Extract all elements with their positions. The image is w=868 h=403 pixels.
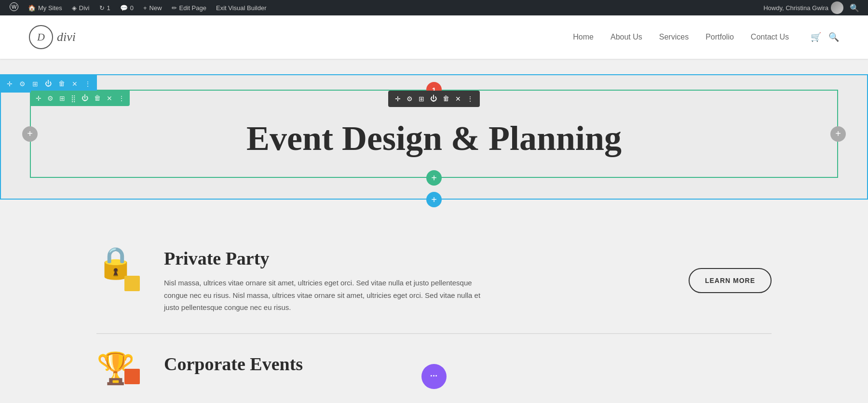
builder-area: ✛ ⚙ ⊞ ⏻ 🗑 ✕ ⋮ 1 ✛ ⚙ ⊞ ⣿ ⏻ 🗑 ✕ ⋮ bbox=[0, 74, 868, 200]
row-settings-icon[interactable]: ⚙ bbox=[47, 94, 54, 103]
new-button[interactable]: + New bbox=[138, 0, 167, 15]
row-layout-icon[interactable]: ⊞ bbox=[59, 94, 65, 103]
row-close-icon[interactable]: ✕ bbox=[107, 94, 112, 103]
avatar bbox=[831, 1, 843, 14]
service-item-private-party: 🔒 Private Party Nisl massa, ultrices vit… bbox=[96, 228, 772, 334]
nav-contact[interactable]: Contact Us bbox=[751, 33, 789, 41]
site-nav: Home About Us Services Portfolio Contact… bbox=[573, 32, 839, 42]
row-disable-icon[interactable]: ⏻ bbox=[81, 94, 88, 102]
divi-button[interactable]: ◈ Divi bbox=[67, 0, 95, 15]
row-more-icon[interactable]: ⋮ bbox=[118, 94, 125, 103]
module-close-icon[interactable]: ✕ bbox=[455, 95, 461, 103]
row-columns-icon[interactable]: ⣿ bbox=[71, 94, 76, 103]
wp-logo-button[interactable]: W bbox=[5, 0, 23, 15]
revisions-button[interactable]: ↻ 1 bbox=[95, 0, 115, 15]
sites-icon: 🏠 bbox=[28, 4, 36, 12]
private-party-icon-wrap: 🔒 bbox=[96, 248, 140, 291]
revisions-icon: ↻ bbox=[99, 4, 105, 12]
section-layout-icon[interactable]: ⊞ bbox=[32, 80, 38, 88]
corporate-title: Corporate Events bbox=[164, 353, 303, 375]
comments-button[interactable]: 💬 0 bbox=[115, 0, 138, 15]
section-toolbar: ✛ ⚙ ⊞ ⏻ 🗑 ✕ ⋮ bbox=[1, 75, 97, 93]
row-move-icon[interactable]: ✛ bbox=[36, 94, 41, 103]
module-settings-icon[interactable]: ⚙ bbox=[407, 95, 413, 103]
add-section-bottom-button[interactable]: + bbox=[426, 192, 442, 207]
my-sites-button[interactable]: 🏠 My Sites bbox=[23, 0, 67, 15]
logo-circle: D bbox=[29, 25, 53, 49]
edit-page-button[interactable]: ✏ Edit Page bbox=[167, 0, 211, 15]
private-party-learn-more-button[interactable]: LEARN MORE bbox=[689, 268, 772, 293]
corporate-text: Corporate Events bbox=[164, 353, 303, 382]
section-disable-icon[interactable]: ⏻ bbox=[45, 80, 52, 88]
private-party-text: Private Party Nisl massa, ultrices vitae… bbox=[164, 248, 665, 314]
module-delete-icon[interactable]: 🗑 bbox=[443, 95, 449, 103]
search-icon[interactable]: 🔍 bbox=[846, 3, 863, 13]
row-block: 1 ✛ ⚙ ⊞ ⣿ ⏻ 🗑 ✕ ⋮ ✛ ⚙ ⊞ ⏻ 🗑 ✕ ⋮ bbox=[30, 90, 838, 178]
plus-icon: + bbox=[143, 4, 147, 12]
site-header: D divi Home About Us Services Portfolio … bbox=[0, 15, 868, 59]
nav-home[interactable]: Home bbox=[573, 33, 594, 41]
admin-bar: W 🏠 My Sites ◈ Divi ↻ 1 💬 0 + New ✏ Edit… bbox=[0, 0, 868, 15]
nav-services[interactable]: Services bbox=[659, 33, 689, 41]
corporate-icon-wrap: 🏆 bbox=[96, 353, 140, 384]
module-move-icon[interactable]: ✛ bbox=[395, 95, 401, 103]
site-logo[interactable]: D divi bbox=[29, 25, 76, 49]
section-delete-icon[interactable]: 🗑 bbox=[58, 80, 65, 88]
module-disable-icon[interactable]: ⏻ bbox=[430, 95, 437, 103]
logo-text: divi bbox=[57, 30, 76, 44]
add-row-bottom-button[interactable]: + bbox=[426, 170, 442, 186]
section-settings-icon[interactable]: ⚙ bbox=[19, 80, 26, 88]
pencil-icon: ✏ bbox=[172, 4, 177, 12]
comments-icon: 💬 bbox=[120, 4, 128, 12]
corporate-accent-icon bbox=[124, 369, 140, 384]
add-left-button[interactable]: + bbox=[22, 126, 38, 142]
add-right-button[interactable]: + bbox=[830, 126, 846, 142]
module-layout-icon[interactable]: ⊞ bbox=[419, 95, 424, 103]
admin-user-info: Howdy, Christina Gwira 🔍 bbox=[763, 1, 863, 14]
private-party-title: Private Party bbox=[164, 248, 665, 269]
row-toolbar: ✛ ⚙ ⊞ ⣿ ⏻ 🗑 ✕ ⋮ bbox=[31, 91, 130, 106]
nav-icons: 🛒 🔍 bbox=[811, 32, 839, 42]
module-more-icon[interactable]: ⋮ bbox=[467, 95, 474, 103]
nav-portfolio[interactable]: Portfolio bbox=[705, 33, 734, 41]
private-party-desc: Nisl massa, ultrices vitae ornare sit am… bbox=[164, 277, 492, 314]
section-block: ✛ ⚙ ⊞ ⏻ 🗑 ✕ ⋮ 1 ✛ ⚙ ⊞ ⣿ ⏻ 🗑 ✕ ⋮ bbox=[0, 74, 868, 200]
module-toolbar: ✛ ⚙ ⊞ ⏻ 🗑 ✕ ⋮ bbox=[388, 91, 480, 107]
page-content: 🔒 Private Party Nisl massa, ultrices vit… bbox=[0, 200, 868, 403]
exit-builder-button[interactable]: Exit Visual Builder bbox=[211, 0, 271, 15]
corporate-section: 🏆 Corporate Events ••• bbox=[96, 334, 772, 384]
svg-text:W: W bbox=[12, 4, 17, 10]
wp-icon: W bbox=[10, 2, 18, 13]
chat-bubble[interactable]: ••• bbox=[421, 364, 447, 389]
chat-bubble-dots: ••• bbox=[430, 373, 438, 380]
search-header-icon[interactable]: 🔍 bbox=[828, 32, 839, 42]
cart-icon[interactable]: 🛒 bbox=[811, 32, 821, 42]
lock-icon: 🔒 bbox=[96, 248, 135, 279]
row-delete-icon[interactable]: 🗑 bbox=[94, 94, 101, 102]
section-move-icon[interactable]: ✛ bbox=[7, 80, 13, 88]
nav-about[interactable]: About Us bbox=[610, 33, 642, 41]
divi-icon: ◈ bbox=[72, 4, 77, 12]
section-more-icon[interactable]: ⋮ bbox=[84, 80, 91, 88]
accent-square-icon bbox=[124, 276, 140, 291]
section-close-icon[interactable]: ✕ bbox=[72, 80, 78, 88]
